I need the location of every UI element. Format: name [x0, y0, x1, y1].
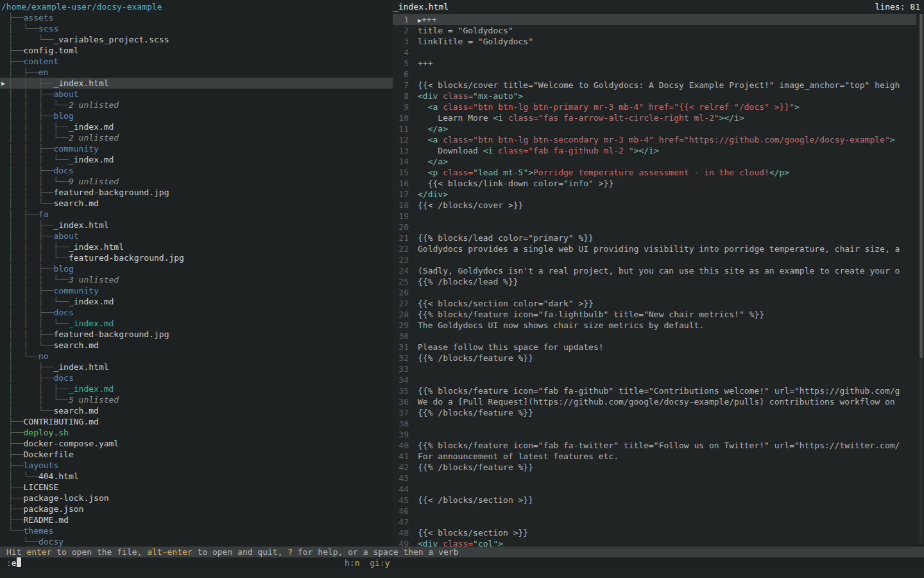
text-segment: Learn More — [418, 113, 493, 123]
tree-item-label: config.toml — [23, 46, 78, 55]
tree-item-scss[interactable]: │ └──scss — [0, 23, 393, 34]
tree-item-2-unlisted[interactable]: │ │ │ └──2 unlisted — [0, 132, 393, 143]
tree-branch-lines: └── — [8, 537, 38, 547]
tree-item-docsy[interactable]: └──docsy — [0, 536, 393, 547]
line-number: 21 — [393, 232, 409, 243]
tree-item-label: themes — [23, 526, 53, 536]
tree-item-content[interactable]: ├──content — [0, 56, 393, 67]
tree-branch-lines: │ │ │ └── — [8, 319, 69, 328]
tree-item-community[interactable]: │ │ ├──community — [0, 143, 393, 154]
tree-branch-lines: │ │ ├── — [8, 329, 53, 339]
tree-item-9-unlisted[interactable]: │ │ │ └──9 unlisted — [0, 176, 393, 187]
text-segment — [418, 102, 428, 112]
code-line-31: 31Please follow this space for updates! — [393, 342, 916, 353]
tree-item-featured-background-jpg[interactable]: │ │ │ └──featured-background.jpg — [0, 252, 393, 263]
code-line-14: 14 </a> — [393, 156, 916, 167]
tree-item--index-html[interactable]: ▶│ │ ├──_index.html — [0, 78, 393, 89]
tree-item-search-md[interactable]: │ │ └──search.md — [0, 340, 393, 351]
line-number: 14 — [393, 156, 409, 167]
tree-item-fa[interactable]: │ ├──fa — [0, 209, 393, 220]
prompt-colon: : — [6, 558, 12, 568]
tree-item--index-md[interactable]: │ │ │ ├──_index.md — [0, 121, 393, 132]
text-segment: class= — [443, 102, 473, 112]
tree-item-label: content — [23, 57, 58, 66]
text-segment: "https://github.com/google/docsy-example… — [684, 135, 890, 144]
code-text: {{% blocks/feature icon="fab fa-twitter"… — [418, 441, 900, 450]
tree-branch-lines: │ │ │ ├── — [8, 122, 69, 132]
tree-item-featured-background-jpg[interactable]: │ │ ├──featured-background.jpg — [0, 187, 393, 198]
tree-item--index-html[interactable]: │ │ │ ├──_index.html — [0, 241, 393, 252]
tree-item-dockerfile[interactable]: ├──Dockerfile — [0, 449, 393, 460]
tree-branch-lines: │ │ │ └── — [8, 177, 69, 186]
line-number: 37 — [393, 407, 409, 418]
code-line-29: 29The Goldydocs UI now shows chair size … — [393, 320, 916, 331]
tree-item-blog[interactable]: │ │ ├──blog — [0, 110, 393, 121]
tree-branch-lines: │ │ ├── — [8, 166, 53, 175]
tree-item-search-md[interactable]: │ │ └──search.md — [0, 198, 393, 209]
tree-item-label: _index.md — [69, 122, 114, 132]
tree-item-no[interactable]: │ └──no — [0, 351, 393, 362]
tree-item-deploy-sh[interactable]: ├──deploy.sh — [0, 427, 393, 438]
preview-scrollbar-thumb[interactable] — [920, 14, 923, 358]
tree-item-community[interactable]: │ │ ├──community — [0, 285, 393, 296]
code-text: Please follow this space for updates! — [418, 342, 604, 352]
tree-item-about[interactable]: │ │ ├──about — [0, 231, 393, 241]
tree-item-package-json[interactable]: ├──package.json — [0, 504, 393, 514]
tree-item-2-unlisted[interactable]: │ │ │ └──2 unlisted — [0, 100, 393, 110]
tree-item--index-md[interactable]: │ │ │ └──_index.md — [0, 318, 393, 329]
tree-item-package-lock-json[interactable]: ├──package-lock.json — [0, 493, 393, 504]
tree-item-label: featured-background.jpg — [69, 253, 184, 263]
tree-item--index-html[interactable]: │ │ ├──_index.html — [0, 220, 393, 231]
command-input-value: e — [12, 558, 17, 568]
code-text: {{% blocks/lead color="primary" %}} — [418, 233, 594, 243]
tree-branch-lines: │ │ │ └── — [8, 275, 69, 285]
tree-item-docs[interactable]: │ │ ├──docs — [0, 165, 393, 176]
tree-item-readme-md[interactable]: ├──README.md — [0, 514, 393, 525]
tree-item-config-toml[interactable]: ├──config.toml — [0, 45, 393, 56]
tree-item-layouts[interactable]: ├──layouts — [0, 460, 393, 471]
tree-item-5-unlisted[interactable]: │ │ └──5 unlisted — [0, 394, 393, 405]
code-line-9: 9 <a class="btn btn-lg btn-primary mr-3 … — [393, 101, 916, 112]
tree-item-label: 404.html — [38, 471, 79, 481]
tree-item-search-md[interactable]: │ └──search.md — [0, 405, 393, 416]
tree-item-en[interactable]: │ ├──en — [0, 67, 393, 78]
preview-scrollbar[interactable] — [920, 14, 923, 544]
tree-item-contributing-md[interactable]: ├──CONTRIBUTING.md — [0, 416, 393, 427]
tree-item--index-html[interactable]: │ ├──_index.html — [0, 362, 393, 372]
text-segment — [418, 168, 428, 177]
tree-item-license[interactable]: ├──LICENSE — [0, 482, 393, 493]
tree-item-about[interactable]: │ │ ├──about — [0, 89, 393, 100]
code-line-28: 28{{% blocks/feature icon="fa-lightbulb"… — [393, 309, 916, 320]
code-line-38: 38 — [393, 418, 916, 429]
tree-item-404-html[interactable]: │ └──404.html — [0, 471, 393, 482]
tree-item--variables-project-scss[interactable]: │ └──_variables_project.scss — [0, 34, 393, 45]
text-segment: "{{< relref "/docs" >}}" — [674, 102, 794, 112]
tree-item--index-md[interactable]: │ │ ├──_index.md — [0, 383, 393, 394]
tree-item-docs[interactable]: │ ├──docs — [0, 372, 393, 383]
text-segment: to open and quit, — [193, 547, 288, 557]
tree-item-blog[interactable]: │ │ ├──blog — [0, 263, 393, 274]
tree-item-featured-background-jpg[interactable]: │ │ ├──featured-background.jpg — [0, 329, 393, 340]
line-number: 24 — [393, 265, 409, 276]
tree-item-label: featured-background.jpg — [53, 188, 169, 197]
line-number: 27 — [393, 298, 409, 309]
command-input-line[interactable]: :e h:n gi:y — [0, 557, 924, 568]
tree-item-themes[interactable]: └──themes — [0, 525, 393, 536]
tree-item-docker-compose-yaml[interactable]: ├──docker-compose.yaml — [0, 438, 393, 449]
tree-item-docs[interactable]: │ │ ├──docs — [0, 307, 393, 318]
code-text: {{% /blocks/feature %}} — [418, 462, 533, 472]
line-number: 22 — [393, 243, 409, 254]
tree-branch-lines: │ │ ├── — [8, 384, 69, 394]
text-segment: enter — [26, 547, 51, 557]
tree-item-label: _index.md — [69, 155, 114, 164]
tree-branch-lines: │ │ ├── — [8, 111, 53, 121]
tree-branch-lines: │ │ └── — [8, 198, 53, 208]
tree-branch-lines: │ │ ├── — [8, 220, 53, 230]
command-prompt[interactable]: :e — [6, 557, 21, 568]
text-segment — [418, 124, 428, 134]
tree-item--index-md[interactable]: │ │ │ └──_index.md — [0, 296, 393, 307]
tree-item-assets[interactable]: ├──assets — [0, 12, 393, 23]
tree-item--index-md[interactable]: │ │ │ └──_index.md — [0, 154, 393, 165]
tree-item-3-unlisted[interactable]: │ │ │ └──3 unlisted — [0, 274, 393, 285]
tree-branch-lines: │ │ ├── — [8, 89, 53, 99]
